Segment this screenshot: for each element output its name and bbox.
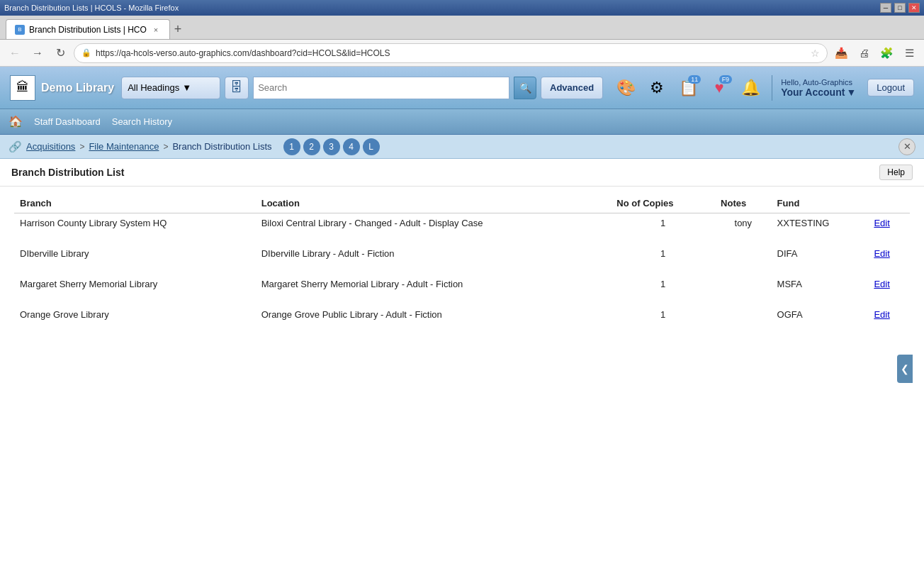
edit-link[interactable]: Edit bbox=[874, 309, 889, 320]
edit-link[interactable]: Edit bbox=[874, 218, 889, 228]
search-input-wrap[interactable] bbox=[253, 77, 509, 99]
account-greeting: Hello, Auto-Graphics bbox=[781, 78, 852, 87]
window-titlebar: Branch Distribution Lists | HCOLS - Mozi… bbox=[0, 0, 924, 16]
lock-icon: 🔒 bbox=[81, 48, 91, 57]
list-icon-button[interactable]: 📋 11 bbox=[675, 75, 701, 101]
database-icon-button[interactable]: 🗄 bbox=[225, 77, 249, 99]
col-fund: Fund bbox=[772, 194, 869, 213]
edit-link[interactable]: Edit bbox=[874, 248, 889, 259]
cell-location: Margaret Sherry Memorial Library - Adult… bbox=[256, 274, 612, 294]
cell-branch: Margaret Sherry Memorial Library bbox=[14, 274, 256, 294]
browser-actions: 📥 🖨 🧩 ☰ bbox=[832, 44, 918, 62]
bookmark-star-icon[interactable]: ☆ bbox=[811, 48, 820, 59]
col-copies: No of Copies bbox=[611, 194, 715, 213]
table-area: Branch Location No of Copies Notes Fund … bbox=[0, 187, 924, 578]
back-button[interactable]: ← bbox=[6, 44, 24, 62]
settings-icon-button[interactable]: ⚙ bbox=[644, 75, 670, 101]
cell-notes bbox=[715, 274, 772, 294]
search-section: All Headings ▼ 🗄 🔍 Advanced bbox=[121, 77, 603, 99]
cell-branch: Orange Grove Library bbox=[14, 305, 256, 324]
page-title: Branch Distribution List bbox=[11, 167, 124, 178]
bell-icon: 🔔 bbox=[741, 79, 760, 97]
search-input[interactable] bbox=[258, 82, 505, 93]
page-badge-2[interactable]: 2 bbox=[303, 138, 320, 155]
search-type-dropdown[interactable]: All Headings ▼ bbox=[121, 77, 220, 99]
help-button[interactable]: Help bbox=[879, 165, 913, 180]
cell-branch: DIberville Library bbox=[14, 244, 256, 263]
page-badge-1[interactable]: 1 bbox=[283, 138, 300, 155]
page-badge-4[interactable]: 4 bbox=[343, 138, 360, 155]
menu-button[interactable]: ☰ bbox=[900, 44, 918, 62]
tab-favicon: B bbox=[15, 25, 25, 35]
sub-nav: 🏠 Staff Dashboard Search History bbox=[0, 109, 924, 135]
cell-branch: Harrison County Library System HQ bbox=[14, 213, 256, 233]
extension-button[interactable]: 🧩 bbox=[877, 44, 896, 62]
app-logo-icon: 🏛 bbox=[10, 75, 35, 101]
pocket-button[interactable]: 📥 bbox=[832, 44, 850, 62]
main-content: Branch Distribution List Help Branch Loc… bbox=[0, 159, 924, 578]
page-badges: 1 2 3 4 L bbox=[283, 138, 380, 155]
cell-copies: 1 bbox=[611, 244, 715, 263]
table-row: DIberville Library DIberville Library - … bbox=[14, 244, 910, 263]
cell-edit[interactable]: Edit bbox=[868, 213, 910, 233]
window-title: Branch Distribution Lists | HCOLS - Mozi… bbox=[4, 4, 179, 12]
cell-fund: MSFA bbox=[772, 274, 869, 294]
col-location: Location bbox=[256, 194, 612, 213]
dropdown-arrow-icon: ▼ bbox=[182, 82, 191, 93]
print-button[interactable]: 🖨 bbox=[855, 44, 873, 62]
logout-button[interactable]: Logout bbox=[867, 79, 914, 96]
database-icon: 🗄 bbox=[230, 80, 243, 95]
palette-icon: 🎨 bbox=[616, 79, 636, 97]
side-panel-toggle[interactable]: ❮ bbox=[897, 355, 913, 383]
forward-button[interactable]: → bbox=[28, 44, 47, 62]
table-row: Margaret Sherry Memorial Library Margare… bbox=[14, 274, 910, 294]
cell-notes: tony bbox=[715, 213, 772, 233]
tab-close-button[interactable]: × bbox=[151, 25, 161, 35]
cell-edit[interactable]: Edit bbox=[868, 274, 910, 294]
cell-edit[interactable]: Edit bbox=[868, 244, 910, 263]
app-title: Demo Library bbox=[41, 82, 114, 94]
staff-dashboard-link[interactable]: Staff Dashboard bbox=[34, 116, 101, 127]
cell-location: Orange Grove Public Library - Adult - Fi… bbox=[256, 305, 612, 324]
search-history-link[interactable]: Search History bbox=[112, 116, 172, 127]
cell-fund: DIFA bbox=[772, 244, 869, 263]
cell-copies: 1 bbox=[611, 274, 715, 294]
cell-fund: OGFA bbox=[772, 305, 869, 324]
cell-edit[interactable]: Edit bbox=[868, 305, 910, 324]
breadcrumb-close-button[interactable]: ✕ bbox=[898, 138, 915, 155]
col-action bbox=[868, 194, 910, 213]
bell-icon-button[interactable]: 🔔 bbox=[738, 75, 763, 101]
table-row: Harrison County Library System HQ Biloxi… bbox=[14, 213, 910, 233]
account-name[interactable]: Your Account ▼ bbox=[781, 87, 856, 98]
window-controls: ─ □ ✕ bbox=[880, 3, 920, 13]
page-badge-L[interactable]: L bbox=[363, 138, 380, 155]
refresh-button[interactable]: ↻ bbox=[51, 44, 69, 62]
heart-badge: F9 bbox=[719, 75, 733, 84]
edit-link[interactable]: Edit bbox=[874, 279, 889, 289]
breadcrumb-icon: 🔗 bbox=[9, 140, 22, 153]
minimize-button[interactable]: ─ bbox=[880, 3, 891, 13]
palette-icon-button[interactable]: 🎨 bbox=[613, 75, 638, 101]
active-browser-tab[interactable]: B Branch Distribution Lists | HCO × bbox=[6, 19, 170, 39]
address-text: https://qa-hcols-verso.auto-graphics.com… bbox=[96, 48, 806, 58]
maximize-button[interactable]: □ bbox=[894, 3, 906, 13]
advanced-search-button[interactable]: Advanced bbox=[541, 77, 603, 99]
cell-copies: 1 bbox=[611, 213, 715, 233]
heart-icon-button[interactable]: ♥ F9 bbox=[706, 75, 732, 101]
search-go-button[interactable]: 🔍 bbox=[514, 77, 536, 99]
sub-nav-home-icon: 🏠 bbox=[9, 115, 23, 128]
header-icons: 🎨 ⚙ 📋 11 ♥ F9 🔔 Hello, Auto-Graphics You… bbox=[613, 75, 914, 101]
tab-title: Branch Distribution Lists | HCO bbox=[29, 25, 147, 35]
breadcrumb-file-maintenance[interactable]: File Maintenance bbox=[89, 141, 159, 152]
app-logo: 🏛 Demo Library bbox=[10, 75, 114, 101]
account-area[interactable]: Hello, Auto-Graphics Your Account ▼ bbox=[781, 78, 856, 98]
breadcrumb-acquisitions[interactable]: Acquisitions bbox=[26, 141, 75, 152]
cell-location: DIberville Library - Adult - Fiction bbox=[256, 244, 612, 263]
breadcrumb-sep-1: > bbox=[79, 142, 84, 152]
breadcrumb-current: Branch Distribution Lists bbox=[172, 141, 271, 152]
new-tab-button[interactable]: + bbox=[170, 19, 186, 39]
app-header: 🏛 Demo Library All Headings ▼ 🗄 🔍 Advanc… bbox=[0, 67, 924, 109]
page-badge-3[interactable]: 3 bbox=[323, 138, 340, 155]
address-bar-input-wrap[interactable]: 🔒 https://qa-hcols-verso.auto-graphics.c… bbox=[74, 43, 828, 63]
close-button[interactable]: ✕ bbox=[908, 3, 920, 13]
